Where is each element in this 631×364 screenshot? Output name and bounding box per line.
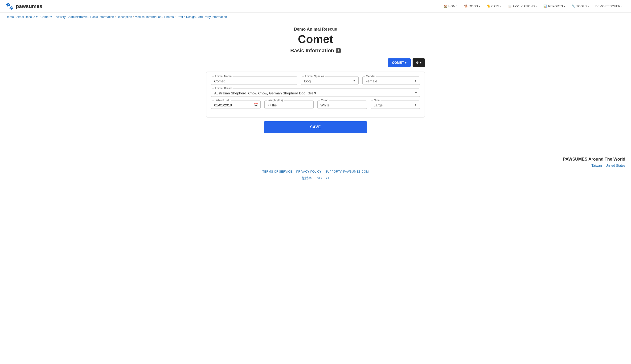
weight-input[interactable] xyxy=(267,103,311,107)
breadcrumb-demo-animal-rescue-caret[interactable]: ▾ xyxy=(36,15,38,18)
breadcrumb-basic-information[interactable]: Basic Information xyxy=(90,15,114,18)
species-label: Animal Species xyxy=(304,75,325,78)
nav-demo-rescuer[interactable]: DEMO RESCUER ▾ xyxy=(592,3,625,10)
size-label: Size xyxy=(373,99,381,102)
breadcrumb-demo-animal-rescue[interactable]: Demo Animal Rescue xyxy=(6,15,35,18)
breed-input[interactable] xyxy=(214,91,417,95)
weight-group: Weight (lbs) xyxy=(264,100,314,109)
footer-privacy-link[interactable]: PRIVACY POLICY xyxy=(296,170,322,173)
nav-tools[interactable]: 🔧 TOOLS ▾ xyxy=(569,3,592,10)
size-select[interactable]: Large Small Medium Extra Large xyxy=(374,103,417,107)
reports-icon: 📊 xyxy=(543,4,547,8)
breadcrumb-dash: - xyxy=(54,15,55,18)
nav-applications[interactable]: 📋 APPLICATIONS ▾ xyxy=(505,3,540,10)
breadcrumb-sep-5: / xyxy=(133,15,134,18)
nav-home[interactable]: 🏠 HOME xyxy=(441,3,460,10)
breadcrumb-sep-6: / xyxy=(163,15,164,18)
breadcrumb-sep-4: / xyxy=(115,15,116,18)
footer-links: TERMS OF SERVICE PRIVACY POLICY SUPPORT@… xyxy=(0,170,631,173)
reports-caret-icon: ▾ xyxy=(564,5,565,8)
breadcrumb-photos[interactable]: Photos xyxy=(164,15,174,18)
footer-taiwan-link[interactable]: Taiwan xyxy=(591,164,602,168)
footer-lang-english[interactable]: ENGLISH xyxy=(314,176,329,180)
species-group: Animal Species Dog Cat xyxy=(301,76,359,85)
breadcrumb-3rd-party[interactable]: 3rd Party Information xyxy=(198,15,227,18)
footer-tos-link[interactable]: TERMS OF SERVICE xyxy=(262,170,293,173)
breadcrumb-sep-1: / xyxy=(39,15,40,18)
animal-name-field-wrapper: Animal Name xyxy=(211,76,297,85)
form-row-1: Animal Name Animal Species Dog Cat Gende… xyxy=(211,76,420,85)
nav-menu: 🏠 HOME 🐕 DOGS ▾ 🐈 CATS ▾ 📋 APPLICATIONS … xyxy=(441,3,625,10)
color-label: Color xyxy=(320,99,329,102)
footer-world: PAWSUMES Around The World Taiwan United … xyxy=(0,157,631,170)
breed-field-wrapper: Animal Breed xyxy=(211,88,420,97)
section-title: Basic Information ? xyxy=(206,48,425,54)
action-row: COMET ▾ ⚙ ▾ xyxy=(206,58,425,67)
cats-caret-icon: ▾ xyxy=(500,5,501,8)
footer-lang-chinese[interactable]: 繁體字 xyxy=(302,176,312,180)
demo-rescuer-caret-icon: ▾ xyxy=(621,5,622,8)
help-icon[interactable]: ? xyxy=(336,48,341,53)
org-name: Demo Animal Rescue xyxy=(206,27,425,32)
animal-name-label: Animal Name xyxy=(214,75,233,78)
dob-group: Date of Birth xyxy=(211,100,261,109)
dob-field-wrapper: Date of Birth xyxy=(211,100,261,109)
weight-label: Weight (lbs) xyxy=(267,99,284,102)
animal-name-heading: Comet xyxy=(206,33,425,46)
footer-divider xyxy=(0,152,631,152)
size-field-wrapper: Size Large Small Medium Extra Large xyxy=(371,100,420,109)
footer-united-states-link[interactable]: United States xyxy=(605,164,625,168)
breadcrumb-comet[interactable]: Comet xyxy=(41,15,50,18)
breadcrumb-profile-design[interactable]: Profile Design xyxy=(176,15,196,18)
comet-button[interactable]: COMET ▾ xyxy=(388,58,411,67)
breadcrumb-sep-2: / xyxy=(67,15,67,18)
tools-caret-icon: ▾ xyxy=(588,5,589,8)
gear-button[interactable]: ⚙ ▾ xyxy=(413,58,425,67)
breed-label: Animal Breed xyxy=(214,87,233,90)
dob-label: Date of Birth xyxy=(214,99,231,102)
form-row-3: Date of Birth Weight (lbs) Color Size xyxy=(211,100,420,109)
breadcrumb-medical-information[interactable]: Medical Information xyxy=(135,15,161,18)
cats-icon: 🐈 xyxy=(487,4,490,8)
gender-select[interactable]: Female Male xyxy=(366,79,417,83)
color-input[interactable] xyxy=(321,103,364,107)
breadcrumb-description[interactable]: Description xyxy=(117,15,132,18)
footer-lang: 繁體字 ENGLISH xyxy=(0,176,631,180)
basic-info-form: Animal Name Animal Species Dog Cat Gende… xyxy=(206,72,425,118)
footer-support-link[interactable]: SUPPORT@PAWSUMES.COM xyxy=(325,170,369,173)
gender-field-wrapper: Gender Female Male xyxy=(362,76,420,85)
breadcrumb-activity[interactable]: Activity xyxy=(56,15,66,18)
weight-field-wrapper: Weight (lbs) xyxy=(264,100,314,109)
color-group: Color xyxy=(318,100,367,109)
applications-icon: 📋 xyxy=(508,4,512,8)
breadcrumb: Demo Animal Rescue ▾ / Comet ▾ - Activit… xyxy=(0,13,631,21)
nav-dogs[interactable]: 🐕 DOGS ▾ xyxy=(461,3,483,10)
breadcrumb-sep-3: / xyxy=(89,15,90,18)
species-select[interactable]: Dog Cat xyxy=(304,79,356,83)
gender-label: Gender xyxy=(365,75,376,78)
nav-cats[interactable]: 🐈 CATS ▾ xyxy=(484,3,504,10)
gender-group: Gender Female Male xyxy=(362,76,420,85)
breadcrumb-sep-7: / xyxy=(175,15,176,18)
animal-name-input[interactable] xyxy=(214,79,259,83)
brand-name: pawsumes xyxy=(16,3,43,10)
animal-name-group: Animal Name xyxy=(211,76,297,85)
breadcrumb-comet-caret[interactable]: ▾ xyxy=(51,15,52,18)
breed-group: Animal Breed xyxy=(211,88,420,97)
color-field-wrapper: Color xyxy=(318,100,367,109)
applications-caret-icon: ▾ xyxy=(536,5,537,8)
footer-world-links: Taiwan United States xyxy=(6,164,625,168)
main-content: Demo Animal Rescue Comet Basic Informati… xyxy=(202,21,429,142)
breadcrumb-administrative[interactable]: Administrative xyxy=(68,15,88,18)
species-field-wrapper: Animal Species Dog Cat xyxy=(301,76,359,85)
dogs-caret-icon: ▾ xyxy=(479,5,480,8)
nav-reports[interactable]: 📊 REPORTS ▾ xyxy=(540,3,568,10)
size-group: Size Large Small Medium Extra Large xyxy=(371,100,420,109)
save-button[interactable]: SAVE xyxy=(264,121,367,133)
navbar: 🐾 pawsumes 🏠 HOME 🐕 DOGS ▾ 🐈 CATS ▾ 📋 AP… xyxy=(0,0,631,13)
brand[interactable]: 🐾 pawsumes xyxy=(6,2,43,10)
dogs-icon: 🐕 xyxy=(464,4,468,8)
dob-input[interactable] xyxy=(214,103,257,107)
paw-logo-icon: 🐾 xyxy=(6,2,14,10)
form-row-2: Animal Breed xyxy=(211,88,420,97)
